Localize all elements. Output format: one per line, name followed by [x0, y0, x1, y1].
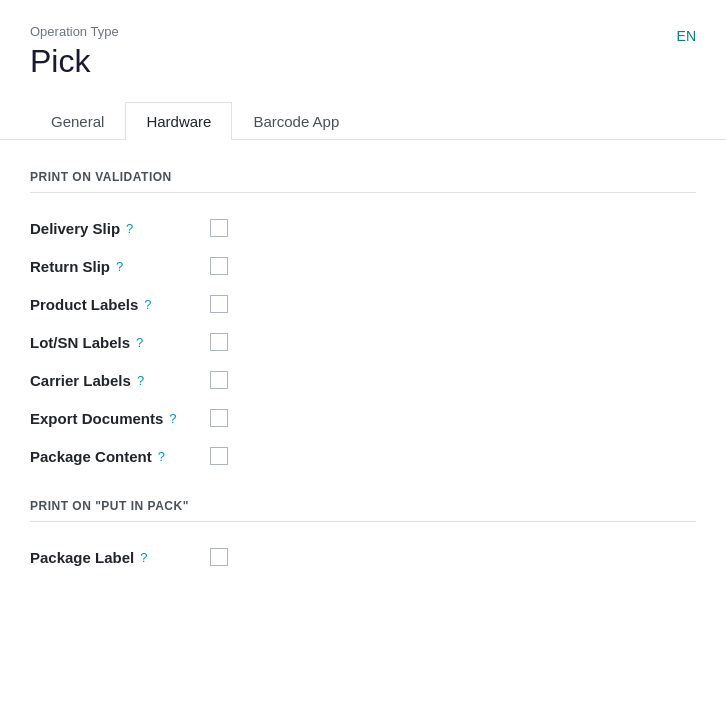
page-title: Pick — [30, 43, 696, 80]
lot-sn-labels-checkbox[interactable] — [210, 333, 228, 351]
field-row-export-documents: Export Documents ? — [30, 399, 696, 437]
return-slip-checkbox[interactable] — [210, 257, 228, 275]
return-slip-help-icon[interactable]: ? — [116, 259, 123, 274]
product-labels-label: Product Labels ? — [30, 296, 210, 313]
carrier-labels-label: Carrier Labels ? — [30, 372, 210, 389]
product-labels-help-icon[interactable]: ? — [144, 297, 151, 312]
package-content-label: Package Content ? — [30, 448, 210, 465]
package-content-checkbox[interactable] — [210, 447, 228, 465]
lot-sn-labels-help-icon[interactable]: ? — [136, 335, 143, 350]
tab-general[interactable]: General — [30, 102, 125, 140]
tab-bar: General Hardware Barcode App — [0, 102, 726, 140]
field-row-lot-sn-labels: Lot/SN Labels ? — [30, 323, 696, 361]
main-content: PRINT ON VALIDATION Delivery Slip ? Retu… — [0, 140, 726, 596]
field-row-return-slip: Return Slip ? — [30, 247, 696, 285]
delivery-slip-help-icon[interactable]: ? — [126, 221, 133, 236]
lot-sn-labels-label: Lot/SN Labels ? — [30, 334, 210, 351]
field-row-package-label: Package Label ? — [30, 538, 696, 576]
tab-hardware[interactable]: Hardware — [125, 102, 232, 140]
package-label-help-icon[interactable]: ? — [140, 550, 147, 565]
export-documents-label: Export Documents ? — [30, 410, 210, 427]
print-on-put-in-pack-header: PRINT ON "PUT IN PACK" — [30, 499, 696, 522]
export-documents-checkbox[interactable] — [210, 409, 228, 427]
package-label-checkbox[interactable] — [210, 548, 228, 566]
field-row-package-content: Package Content ? — [30, 437, 696, 475]
package-label-label: Package Label ? — [30, 549, 210, 566]
field-row-product-labels: Product Labels ? — [30, 285, 696, 323]
export-documents-help-icon[interactable]: ? — [169, 411, 176, 426]
field-row-carrier-labels: Carrier Labels ? — [30, 361, 696, 399]
operation-type-label: Operation Type — [30, 24, 696, 39]
product-labels-checkbox[interactable] — [210, 295, 228, 313]
field-row-delivery-slip: Delivery Slip ? — [30, 209, 696, 247]
print-on-validation-header: PRINT ON VALIDATION — [30, 170, 696, 193]
language-badge[interactable]: EN — [677, 28, 696, 44]
delivery-slip-label: Delivery Slip ? — [30, 220, 210, 237]
carrier-labels-help-icon[interactable]: ? — [137, 373, 144, 388]
carrier-labels-checkbox[interactable] — [210, 371, 228, 389]
tab-barcode-app[interactable]: Barcode App — [232, 102, 360, 140]
return-slip-label: Return Slip ? — [30, 258, 210, 275]
package-content-help-icon[interactable]: ? — [158, 449, 165, 464]
delivery-slip-checkbox[interactable] — [210, 219, 228, 237]
page-header: Operation Type Pick EN — [0, 0, 726, 92]
